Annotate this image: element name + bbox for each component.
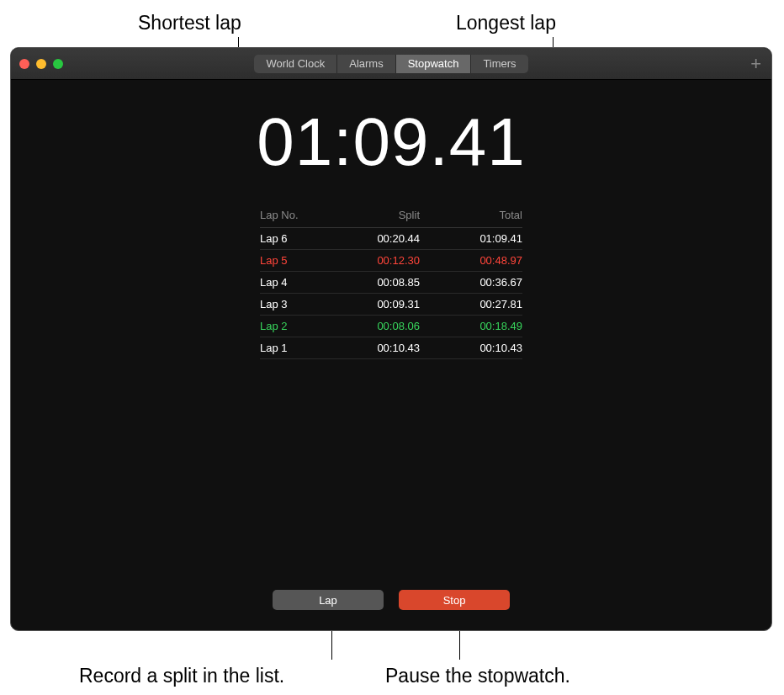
lap-cell-lap: Lap 2 — [260, 320, 336, 332]
callout-record: Record a split in the list. — [79, 665, 284, 687]
lap-row: Lap 600:20.4401:09.41 — [260, 228, 522, 250]
lap-cell-split: 00:10.43 — [336, 342, 445, 354]
col-header-total: Total — [445, 209, 522, 221]
content-area: 01:09.41 Lap No. Split Total Lap 600:20.… — [11, 80, 771, 630]
callout-pause: Pause the stopwatch. — [385, 665, 570, 687]
lap-cell-lap: Lap 1 — [260, 342, 336, 354]
lap-table: Lap No. Split Total Lap 600:20.4401:09.4… — [260, 204, 522, 359]
lap-cell-total: 01:09.41 — [445, 232, 522, 245]
lap-cell-lap: Lap 6 — [260, 232, 336, 245]
maximize-icon[interactable] — [53, 59, 63, 69]
callout-longest: Longest lap — [456, 12, 556, 34]
lap-cell-total: 00:27.81 — [445, 298, 522, 310]
lap-cell-split: 00:09.31 — [336, 298, 445, 310]
titlebar: World ClockAlarmsStopwatchTimers + — [11, 48, 771, 80]
lap-row: Lap 300:09.3100:27.81 — [260, 294, 522, 316]
stop-button[interactable]: Stop — [399, 590, 510, 610]
traffic-lights — [19, 59, 63, 69]
lap-cell-lap: Lap 3 — [260, 298, 336, 310]
lap-cell-split: 00:08.85 — [336, 276, 445, 289]
lap-row: Lap 200:08.0600:18.49 — [260, 316, 522, 337]
callout-line — [331, 631, 332, 660]
tab-segmented-control: World ClockAlarmsStopwatchTimers — [254, 55, 527, 73]
tab-world-clock[interactable]: World Clock — [254, 55, 337, 73]
stopwatch-time: 01:09.41 — [257, 109, 525, 176]
col-header-lap: Lap No. — [260, 209, 336, 221]
lap-row: Lap 500:12.3000:48.97 — [260, 250, 522, 272]
lap-cell-split: 00:12.30 — [336, 254, 445, 267]
lap-cell-total: 00:18.49 — [445, 320, 522, 332]
callout-shortest: Shortest lap — [138, 12, 241, 34]
lap-table-header: Lap No. Split Total — [260, 204, 522, 228]
lap-cell-total: 00:10.43 — [445, 342, 522, 354]
lap-cell-lap: Lap 4 — [260, 276, 336, 289]
lap-cell-split: 00:20.44 — [336, 232, 445, 245]
app-window: World ClockAlarmsStopwatchTimers + 01:09… — [10, 47, 772, 631]
callout-line — [459, 631, 460, 660]
plus-icon[interactable]: + — [750, 55, 761, 73]
lap-cell-total: 00:48.97 — [445, 254, 522, 267]
col-header-split: Split — [336, 209, 445, 221]
lap-row: Lap 100:10.4300:10.43 — [260, 337, 522, 359]
tab-timers[interactable]: Timers — [471, 55, 527, 73]
tab-alarms[interactable]: Alarms — [337, 55, 395, 73]
close-icon[interactable] — [19, 59, 29, 69]
tab-stopwatch[interactable]: Stopwatch — [396, 55, 472, 73]
lap-cell-total: 00:36.67 — [445, 276, 522, 289]
lap-cell-lap: Lap 5 — [260, 254, 336, 267]
lap-row: Lap 400:08.8500:36.67 — [260, 272, 522, 294]
minimize-icon[interactable] — [36, 59, 46, 69]
lap-cell-split: 00:08.06 — [336, 320, 445, 332]
button-row: Lap Stop — [11, 590, 771, 610]
lap-button[interactable]: Lap — [273, 590, 384, 610]
